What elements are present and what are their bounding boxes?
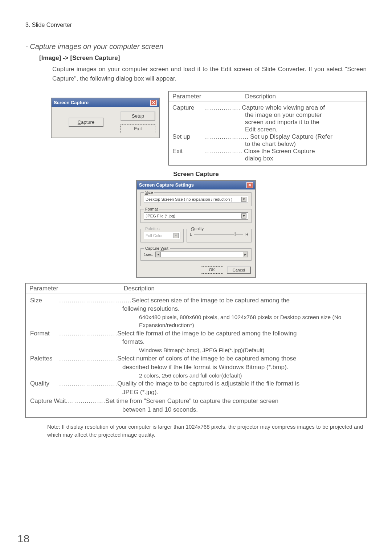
- palettes-desc-1: Select number of colors of the image to …: [117, 354, 362, 363]
- capture-wait-legend: Capture Wait: [144, 246, 170, 250]
- dialog-titlebar: Screen Capture ✕: [52, 98, 159, 107]
- setup-mnemonic: S: [132, 113, 135, 119]
- dots: .....................: [205, 133, 249, 140]
- size-desc-1: Select screen size of the image to be ca…: [132, 296, 362, 305]
- dots: ............................: [59, 379, 117, 388]
- format-desc-2: formats.: [30, 338, 362, 346]
- th-parameter: Parameter: [169, 91, 241, 102]
- row-capture-name: Capture: [172, 104, 205, 111]
- row-setup-name: Set up: [172, 133, 205, 140]
- th-description: Description: [241, 91, 366, 102]
- close-icon[interactable]: ✕: [246, 182, 253, 188]
- screen-capture-settings-dialog: Screen Capture Settings ✕ Size Desktop S…: [136, 180, 256, 278]
- chevron-down-icon: ▼: [173, 233, 179, 238]
- chevron-down-icon[interactable]: ▼: [241, 213, 246, 219]
- menu-path: [Image] -> [Screen Capture]: [39, 54, 367, 62]
- dialog-title: Screen Capture: [54, 100, 89, 105]
- capwait-desc-1: Set time from "Screen Capture" to captur…: [105, 397, 362, 405]
- size-select[interactable]: Desktop Screen Size ( no expansion / red…: [144, 196, 248, 203]
- format-label: Format: [30, 329, 59, 338]
- quality-desc-1: Quality of the image to be captured is a…: [117, 379, 362, 388]
- size-fieldset: Size Desktop Screen Size ( no expansion …: [140, 192, 252, 206]
- quality-label: Quality: [30, 379, 59, 388]
- page-number: 18: [17, 532, 29, 545]
- slider-thumb[interactable]: [234, 232, 236, 236]
- th-description: Description: [120, 283, 366, 294]
- size-desc-2: following resolutions.: [30, 305, 362, 313]
- palettes-legend: Palettes: [144, 227, 161, 231]
- quality-slider[interactable]: [194, 234, 243, 234]
- quality-low-label: L: [190, 232, 192, 236]
- size-legend: Size: [144, 190, 154, 195]
- chapter-header: 3. Slide Converter: [25, 22, 367, 30]
- capture-wait-scrollbar[interactable]: ◄ ►: [155, 252, 248, 257]
- capture-mnemonic: C: [78, 119, 81, 125]
- capwait-label: Capture Wait: [30, 397, 66, 405]
- parameter-table-1: Parameter Description Capture...........…: [168, 91, 367, 166]
- palettes-fieldset: Palettes Full Color ▼: [140, 229, 184, 242]
- section-title: - Capture images on your computer screen: [25, 42, 367, 51]
- footnote: Note: If display resolution of your comp…: [47, 423, 367, 439]
- format-select[interactable]: JPEG File (*.jpg) ▼: [144, 212, 248, 220]
- arrow-right-icon[interactable]: ►: [243, 252, 248, 257]
- format-desc-1: Select file format of the image to be ca…: [117, 329, 362, 338]
- parameter-table-2: Parameter Description Size .............…: [25, 283, 367, 418]
- size-value: Desktop Screen Size ( no expansion / red…: [146, 197, 232, 201]
- close-icon[interactable]: ✕: [150, 100, 157, 106]
- chevron-down-icon[interactable]: ▼: [241, 197, 246, 202]
- row-exit-name: Exit: [172, 148, 205, 155]
- cancel-button[interactable]: Cancel: [227, 266, 251, 274]
- dots: ...................................: [59, 296, 132, 305]
- row-exit-cont: dialog box: [172, 155, 363, 162]
- dots: ............................: [59, 354, 117, 363]
- row-capture-cont3: Edit screen.: [172, 126, 363, 133]
- dots: .................: [205, 104, 240, 111]
- format-sub: Windows Bitmap(*.bmp), JPEG File(*.jpg)(…: [30, 346, 362, 354]
- size-sub: 640x480 pixels, 800x600 pixels, and 1024…: [30, 313, 362, 329]
- dots: ..................: [205, 148, 242, 155]
- settings-heading: Screen Capture: [25, 171, 367, 178]
- format-value: JPEG File (*.jpg): [146, 214, 175, 218]
- row-capture-cont1: the image on your computer: [172, 111, 363, 119]
- capture-button[interactable]: Capture: [69, 118, 103, 127]
- settings-titlebar: Screen Capture Settings ✕: [137, 181, 255, 189]
- dots: ...................: [66, 397, 106, 405]
- setup-button[interactable]: Setup: [121, 111, 155, 121]
- format-fieldset: Format JPEG File (*.jpg) ▼: [140, 209, 252, 223]
- th-parameter: Parameter: [26, 283, 120, 294]
- quality-desc-2: JPEG (*.jpg).: [30, 388, 362, 397]
- capture-wait-value: 1sec.: [144, 252, 153, 257]
- quality-legend: Quality: [190, 227, 205, 231]
- capwait-desc-2: between 1 and 10 seconds.: [30, 405, 362, 414]
- settings-title: Screen Capture Settings: [139, 182, 194, 188]
- palettes-select: Full Color ▼: [144, 232, 180, 239]
- palettes-label: Palettes: [30, 354, 59, 363]
- dots: ............................: [59, 329, 117, 338]
- format-legend: Format: [144, 207, 159, 211]
- palettes-sub: 2 colors, 256 colors and full color(defa…: [30, 372, 362, 380]
- capture-wait-fieldset: Capture Wait 1sec. ◄ ►: [140, 248, 252, 261]
- palettes-desc-2: described below if the file format is Wi…: [30, 363, 362, 372]
- quality-fieldset: Quality L H: [187, 229, 252, 242]
- row-setup-desc: Set up Display Capture (Refer: [249, 133, 363, 140]
- arrow-left-icon[interactable]: ◄: [156, 252, 161, 257]
- ok-button[interactable]: OK: [201, 266, 223, 274]
- row-setup-cont: to the chart below): [172, 140, 363, 148]
- intro-paragraph: Capture images on your computer screen a…: [52, 65, 367, 84]
- row-exit-desc: Close the Screen Capture: [242, 148, 363, 155]
- row-capture-desc: Capture whole viewing area of: [240, 104, 363, 111]
- quality-high-label: H: [245, 232, 248, 236]
- screen-capture-dialog: Screen Capture ✕ Capture Setup Exit: [51, 98, 160, 138]
- size-label: Size: [30, 296, 59, 305]
- exit-button[interactable]: Exit: [121, 124, 155, 133]
- palettes-value: Full Color: [146, 233, 163, 238]
- exit-mnemonic: x: [137, 126, 140, 131]
- row-capture-cont2: screen and imports it to the: [172, 119, 363, 126]
